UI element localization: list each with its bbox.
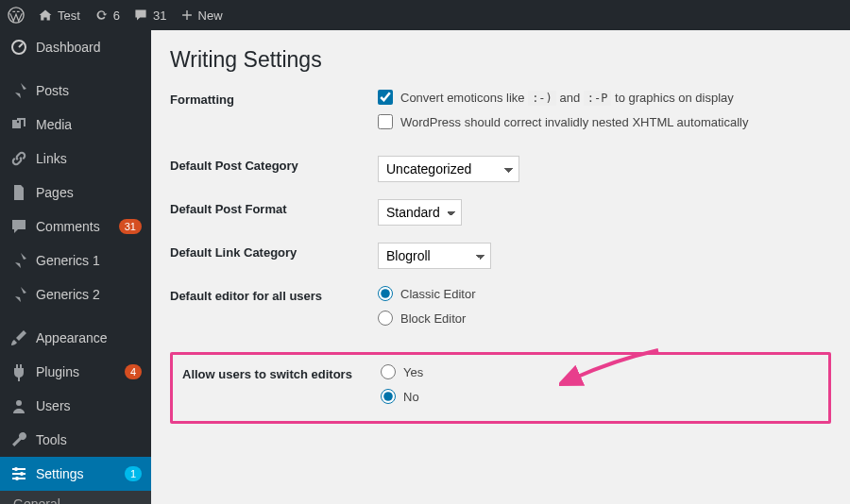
emoticon-code: :-)	[528, 91, 556, 106]
default-post-format-label: Default Post Format	[170, 199, 378, 216]
default-editor-label: Default editor for all users	[170, 286, 378, 303]
sidebar-item-label: Dashboard	[36, 40, 142, 55]
formatting-emoticons-checkbox[interactable]	[378, 90, 393, 105]
media-icon	[9, 115, 28, 134]
row-formatting: Formatting Convert emoticons like :-) an…	[170, 90, 831, 139]
sidebar-submenu-general[interactable]: General	[0, 491, 151, 504]
sidebar-item-label: Posts	[36, 83, 142, 98]
sidebar-item-media[interactable]: Media	[0, 108, 151, 142]
sidebar-item-label: Appearance	[36, 330, 142, 345]
sidebar-item-users[interactable]: Users	[0, 389, 151, 423]
pin-icon	[9, 251, 28, 270]
pin-icon	[9, 81, 28, 100]
sidebar-item-label: Media	[36, 117, 142, 132]
default-post-category-label: Default Post Category	[170, 156, 378, 173]
sidebar-item-generics2[interactable]: Generics 2	[0, 277, 151, 311]
sidebar-item-comments[interactable]: Comments 31	[0, 210, 151, 244]
svg-point-2	[17, 121, 19, 123]
home-icon	[38, 8, 53, 23]
sidebar-item-label: Pages	[36, 185, 142, 200]
svg-point-4	[14, 467, 18, 471]
page-icon	[9, 183, 28, 202]
updates-link[interactable]: 6	[94, 8, 120, 23]
user-icon	[9, 396, 28, 415]
row-default-editor: Default editor for all users Classic Edi…	[170, 286, 831, 335]
default-post-category-select[interactable]: Uncategorized	[378, 156, 519, 182]
default-post-format-select[interactable]: Standard	[378, 199, 462, 226]
sliders-icon	[9, 464, 28, 483]
sidebar-item-label: Comments	[36, 219, 111, 234]
default-link-category-label: Default Link Category	[170, 243, 378, 260]
sidebar-item-label: Generics 1	[36, 253, 142, 268]
comments-count: 31	[153, 8, 166, 23]
brush-icon	[9, 328, 28, 347]
emoticon-code: :-P	[584, 91, 612, 106]
default-link-category-select[interactable]: Blogroll	[378, 243, 491, 269]
row-default-link-category: Default Link Category Blogroll	[170, 243, 831, 269]
allow-switch-label: Allow users to switch editors	[182, 364, 381, 381]
sidebar-item-posts[interactable]: Posts	[0, 74, 151, 108]
sidebar-item-label: Plugins	[36, 364, 117, 379]
svg-point-3	[16, 400, 22, 406]
new-link[interactable]: New	[180, 8, 223, 23]
wrench-icon	[9, 430, 28, 449]
sidebar-submenu-label: General	[13, 496, 60, 504]
comments-badge: 31	[119, 219, 142, 234]
comments-link[interactable]: 31	[133, 8, 166, 23]
site-link[interactable]: Test	[38, 8, 80, 23]
sidebar-item-dashboard[interactable]: Dashboard	[0, 30, 151, 64]
editor-classic-label: Classic Editor	[400, 287, 475, 301]
wordpress-icon	[8, 7, 25, 24]
sidebar-item-links[interactable]: Links	[0, 142, 151, 176]
allow-switch-yes-radio[interactable]	[381, 364, 396, 379]
pin-icon	[9, 285, 28, 304]
sidebar-item-tools[interactable]: Tools	[0, 423, 151, 457]
comment-icon	[9, 217, 28, 236]
sidebar-item-label: Links	[36, 151, 142, 166]
wp-logo[interactable]	[8, 7, 25, 24]
allow-switch-no-label: No	[403, 390, 419, 404]
highlight-allow-switch: Allow users to switch editors Yes No	[170, 352, 831, 424]
formatting-emoticons-label: Convert emoticons like :-) and :-P to gr…	[400, 91, 734, 105]
allow-switch-no-radio[interactable]	[381, 389, 396, 404]
sidebar-item-pages[interactable]: Pages	[0, 176, 151, 210]
admin-sidebar: Dashboard Posts Media Links Pages Commen…	[0, 30, 151, 504]
sidebar-item-label: Users	[36, 398, 142, 413]
allow-switch-yes-label: Yes	[403, 365, 423, 379]
site-name: Test	[58, 8, 80, 23]
svg-point-5	[20, 472, 24, 476]
plus-icon	[180, 8, 194, 22]
admin-bar: Test 6 31 New	[0, 0, 850, 30]
sidebar-item-label: Settings	[36, 466, 117, 481]
new-label: New	[198, 8, 223, 23]
sidebar-item-label: Generics 2	[36, 287, 142, 302]
sidebar-item-label: Tools	[36, 432, 142, 447]
formatting-xhtml-checkbox[interactable]	[378, 114, 393, 129]
sidebar-item-settings[interactable]: Settings 1	[0, 457, 151, 491]
row-default-post-category: Default Post Category Uncategorized	[170, 156, 831, 182]
formatting-label: Formatting	[170, 90, 378, 107]
page-wrap: Writing Settings Formatting Convert emot…	[151, 30, 850, 504]
svg-point-6	[15, 477, 19, 480]
row-default-post-format: Default Post Format Standard	[170, 199, 831, 226]
comment-icon	[133, 8, 148, 23]
sidebar-item-appearance[interactable]: Appearance	[0, 321, 151, 355]
editor-classic-radio[interactable]	[378, 286, 393, 301]
formatting-xhtml-label: WordPress should correct invalidly neste…	[400, 115, 748, 129]
dashboard-icon	[9, 38, 28, 57]
settings-badge: 1	[125, 466, 142, 481]
plugin-icon	[9, 362, 28, 381]
page-title: Writing Settings	[170, 47, 831, 73]
editor-block-label: Block Editor	[400, 311, 466, 326]
refresh-icon	[94, 8, 109, 23]
row-allow-switch: Allow users to switch editors Yes No	[182, 364, 819, 413]
editor-block-radio[interactable]	[378, 311, 393, 326]
plugins-badge: 4	[125, 364, 142, 379]
updates-count: 6	[113, 8, 120, 23]
sidebar-item-generics1[interactable]: Generics 1	[0, 244, 151, 277]
sidebar-item-plugins[interactable]: Plugins 4	[0, 355, 151, 389]
link-icon	[9, 149, 28, 168]
